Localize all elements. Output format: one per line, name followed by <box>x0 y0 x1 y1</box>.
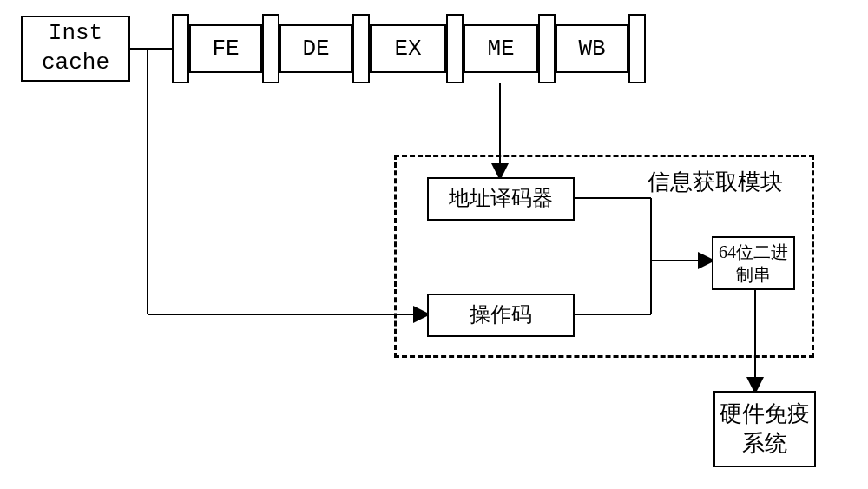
inst-cache-label: Inst cache <box>42 19 109 78</box>
stage-wb-label: WB <box>578 36 605 62</box>
bin64-box: 64位二进 制串 <box>712 236 795 290</box>
stage-ex: EX <box>370 24 446 73</box>
stage-wb: WB <box>556 24 628 73</box>
pipeline-register <box>628 14 646 83</box>
hardware-immune-system-box: 硬件免疫 系统 <box>713 391 816 467</box>
stage-me-label: ME <box>487 36 514 62</box>
stage-fe-label: FE <box>212 36 239 62</box>
pipeline-register <box>262 14 279 83</box>
address-decoder-label: 地址译码器 <box>449 185 553 212</box>
hardware-immune-system-label: 硬件免疫 系统 <box>720 400 810 459</box>
address-decoder-box: 地址译码器 <box>427 177 575 221</box>
stage-de: DE <box>279 24 352 73</box>
pipeline-register <box>446 14 464 83</box>
info-module-label: 信息获取模块 <box>648 167 783 197</box>
pipeline-register <box>352 14 370 83</box>
pipeline-register <box>538 14 556 83</box>
stage-fe: FE <box>189 24 262 73</box>
stage-ex-label: EX <box>394 36 421 62</box>
opcode-box: 操作码 <box>427 294 575 337</box>
stage-de-label: DE <box>302 36 329 62</box>
bin64-label: 64位二进 制串 <box>719 241 788 286</box>
pipeline-register <box>172 14 189 83</box>
stage-me: ME <box>464 24 538 73</box>
opcode-label: 操作码 <box>470 301 532 328</box>
inst-cache-box: Inst cache <box>21 16 130 82</box>
